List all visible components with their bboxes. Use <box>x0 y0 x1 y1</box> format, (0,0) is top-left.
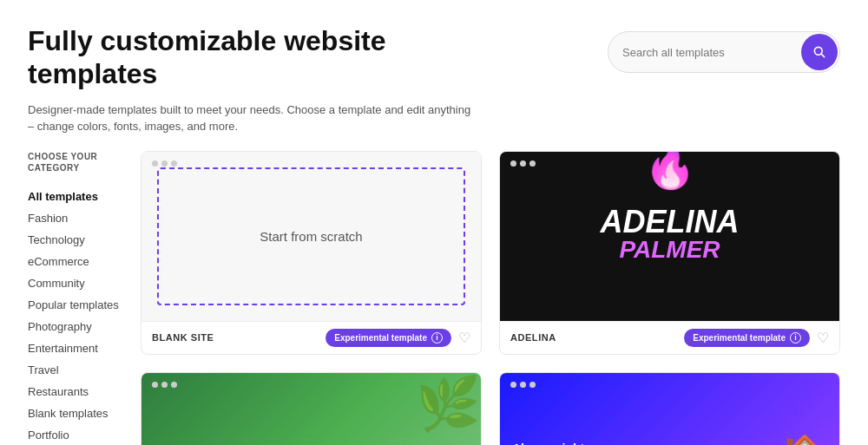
dot-3 <box>171 382 177 388</box>
badge-info-icon: i <box>431 332 443 344</box>
category-label: CHOOSE YOUR CATEGORY <box>28 151 127 173</box>
page-wrapper: Fully customizable website templates Des… <box>0 0 868 445</box>
card-footer-blank-site: BLANK SITE Experimental template i ♡ <box>141 321 481 354</box>
dot-3 <box>171 160 177 167</box>
sidebar-item-technology[interactable]: Technology <box>28 229 127 251</box>
sidebar-item-all-templates[interactable]: All templates <box>28 186 127 207</box>
card-dots-adelina <box>510 160 536 167</box>
leaf-decor: 🌿 <box>416 373 481 435</box>
dot-1 <box>510 382 516 388</box>
sidebar-item-popular-templates[interactable]: Popular templates <box>28 294 127 316</box>
sidebar-item-fashion[interactable]: Fashion <box>28 207 127 229</box>
adelina-bg: 🔥 ADELINA Palmer <box>500 152 839 321</box>
dot-2 <box>520 160 526 167</box>
adelina-title: ADELINA <box>601 208 740 236</box>
sidebar-item-community[interactable]: Community <box>28 272 127 294</box>
card-image-marcia: 🌿 Marcia Cocco <box>141 373 481 445</box>
flame-decor: 🔥 <box>644 152 696 192</box>
dot-3 <box>529 382 536 388</box>
svg-line-1 <box>821 54 825 57</box>
header-left: Fully customizable website templates Des… <box>28 24 479 135</box>
dot-2 <box>520 382 526 388</box>
autodose-text-block: Always right with AutoDose! <box>512 442 626 445</box>
favorite-button-adelina[interactable]: ♡ <box>817 330 829 346</box>
header: Fully customizable website templates Des… <box>0 0 868 151</box>
autodose-bg: Always right with AutoDose! 🏠 <box>500 373 839 445</box>
experimental-badge-adelina[interactable]: Experimental template i <box>684 329 810 347</box>
page-title: Fully customizable website templates <box>28 24 479 91</box>
content-area: CHOOSE YOUR CATEGORY All templates Fashi… <box>0 151 868 445</box>
dot-2 <box>161 160 168 167</box>
dot-1 <box>510 160 516 167</box>
card-name-adelina: ADELINA <box>510 332 556 343</box>
blank-site-label: Start from scratch <box>260 229 362 244</box>
header-right <box>608 31 840 73</box>
appliance-decor: 🏠 <box>779 433 831 445</box>
sidebar-item-restaurants[interactable]: Restaurants <box>28 381 127 402</box>
card-image-adelina: 🔥 ADELINA Palmer <box>500 152 839 321</box>
card-name-blank-site: BLANK SITE <box>152 332 214 343</box>
card-dots-marcia <box>152 382 177 388</box>
card-image-blank-site: Start from scratch <box>141 152 481 321</box>
template-card-adelina[interactable]: 🔥 ADELINA Palmer ADELINA Experimental te… <box>499 151 840 355</box>
search-icon <box>812 45 826 59</box>
page-subtitle: Designer-made templates built to meet yo… <box>28 101 479 135</box>
sidebar-item-portfolio[interactable]: Portfolio <box>28 424 127 445</box>
card-image-autodose: Always right with AutoDose! 🏠 <box>500 373 839 445</box>
dot-2 <box>161 382 168 388</box>
experimental-badge-blank[interactable]: Experimental template i <box>326 329 451 347</box>
dot-1 <box>152 160 158 167</box>
card-dots <box>152 160 177 167</box>
marcia-bg: 🌿 Marcia Cocco <box>141 373 481 445</box>
badge-info-icon-adelina: i <box>790 332 801 344</box>
badge-label-adelina: Experimental template <box>693 333 786 343</box>
card-dots-autodose <box>510 382 536 388</box>
adelina-sub: Palmer <box>601 236 740 264</box>
sidebar-item-blank-templates[interactable]: Blank templates <box>28 402 127 424</box>
sidebar-item-travel[interactable]: Travel <box>28 359 127 381</box>
sidebar-item-photography[interactable]: Photography <box>28 316 127 337</box>
search-button[interactable] <box>801 34 838 70</box>
autodose-line1: Always right <box>512 442 626 445</box>
sidebar: CHOOSE YOUR CATEGORY All templates Fashi… <box>28 151 141 445</box>
template-card-autodose[interactable]: Always right with AutoDose! 🏠 AUTODOSE ♡ <box>499 372 840 445</box>
templates-grid: Start from scratch BLANK SITE Experiment… <box>141 151 840 445</box>
template-card-marcia[interactable]: 🌿 Marcia Cocco MARCIA COCCO ♡ <box>141 372 482 445</box>
dot-1 <box>152 382 158 388</box>
search-input[interactable] <box>608 37 799 68</box>
adelina-text-block: ADELINA Palmer <box>601 208 740 264</box>
template-card-blank-site[interactable]: Start from scratch BLANK SITE Experiment… <box>141 151 482 355</box>
card-footer-adelina: ADELINA Experimental template i ♡ <box>500 321 839 354</box>
templates-main: Start from scratch BLANK SITE Experiment… <box>141 151 840 445</box>
sidebar-item-ecommerce[interactable]: eCommerce <box>28 251 127 272</box>
dot-3 <box>529 160 536 167</box>
sidebar-item-entertainment[interactable]: Entertainment <box>28 337 127 359</box>
search-bar <box>608 31 840 73</box>
favorite-button-blank[interactable]: ♡ <box>458 330 470 346</box>
badge-label-blank: Experimental template <box>334 333 427 343</box>
